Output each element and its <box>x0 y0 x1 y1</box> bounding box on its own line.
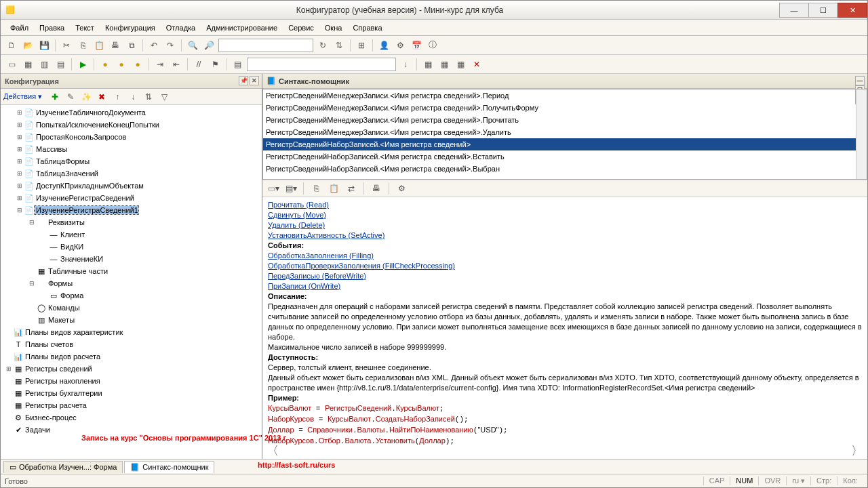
syntax-list[interactable]: РегистрСведенийМенеджерЗаписи.<Имя регис… <box>262 89 867 180</box>
tree-row[interactable]: ⊞📄Массивы <box>1 143 262 155</box>
nav-icon[interactable]: ⇅ <box>332 39 346 52</box>
tree-row[interactable]: 📊Планы видов характеристик <box>1 326 262 338</box>
tb2-1-icon[interactable]: ▭ <box>5 58 18 71</box>
tree-row[interactable]: ✔Задачи <box>1 424 262 436</box>
help-print-icon[interactable]: 🖶 <box>370 182 383 195</box>
db1-icon[interactable]: ▦ <box>421 58 435 71</box>
db2-icon[interactable]: ▦ <box>437 58 451 71</box>
help-copy-icon[interactable]: ⎘ <box>309 182 323 195</box>
menu-debug[interactable]: Отладка <box>162 22 199 33</box>
menu-help[interactable]: Справка <box>349 22 386 33</box>
filter-icon[interactable]: ▽ <box>157 90 171 104</box>
pane-close-icon[interactable]: ✕ <box>250 76 259 85</box>
help-settings-icon[interactable]: ⚙ <box>395 182 408 195</box>
tree-row[interactable]: ▦Регистры накопления <box>1 375 262 387</box>
menu-text[interactable]: Текст <box>71 22 98 33</box>
scrollbar[interactable] <box>856 89 867 179</box>
menu-edit[interactable]: Правка <box>35 22 68 33</box>
info-icon[interactable]: ⓘ <box>426 39 439 52</box>
menu-service[interactable]: Сервис <box>284 22 318 33</box>
compare-icon[interactable]: ⧉ <box>125 39 138 52</box>
user-icon[interactable]: 👤 <box>377 39 391 52</box>
method-link[interactable]: Сдвинуть (Move) <box>268 211 326 219</box>
pin-icon[interactable]: 📌 <box>239 76 248 85</box>
module-icon[interactable]: ▤ <box>231 58 244 71</box>
actions-menu[interactable]: Действия ▾ <box>3 92 46 101</box>
outdent-icon[interactable]: ⇤ <box>170 58 183 71</box>
maximize-button[interactable]: ☐ <box>808 3 838 18</box>
tree-row[interactable]: ⚙Бизнес-процес <box>1 411 262 424</box>
help-nav-icon[interactable]: ⇄ <box>344 182 358 195</box>
search-combo[interactable] <box>218 39 313 52</box>
paste-icon[interactable]: 📋 <box>92 39 106 52</box>
tb2-4-icon[interactable]: ▤ <box>54 58 67 71</box>
globe3-icon[interactable]: ● <box>131 58 144 71</box>
window-tab[interactable]: ▭Обработка Изучен...: Форма <box>3 461 123 473</box>
syntax-list-row[interactable]: РегистрСведенийМенеджерЗаписи.<Имя регис… <box>263 102 867 114</box>
tree-row[interactable]: ⊟Реквизиты <box>1 216 262 228</box>
tree-row[interactable]: ⊞📄ПопыткаИсключениеКонецПопытки <box>1 119 262 131</box>
tree-row[interactable]: ▦Табличные части <box>1 265 262 277</box>
print-icon[interactable]: 🖶 <box>108 39 122 52</box>
minimize-button[interactable]: — <box>779 3 809 18</box>
proc-combo[interactable] <box>247 58 396 71</box>
tree-row[interactable]: ▥Макеты <box>1 314 262 326</box>
cut-icon[interactable]: ✂ <box>60 39 73 52</box>
indent-icon[interactable]: ⇥ <box>153 58 167 71</box>
undo-icon[interactable]: ↶ <box>147 39 161 52</box>
run-icon[interactable]: ▶ <box>76 58 90 71</box>
syntax-min-icon[interactable]: — <box>855 76 865 85</box>
globe2-icon[interactable]: ● <box>115 58 128 71</box>
wand-icon[interactable]: ✨ <box>79 90 93 104</box>
tree-row[interactable]: ⊟Формы <box>1 277 262 289</box>
tb2-2-icon[interactable]: ▦ <box>21 58 35 71</box>
syntax-list-row[interactable]: РегистрСведенийМенеджерЗаписи.<Имя регис… <box>263 114 867 126</box>
edit-icon[interactable]: ✎ <box>64 90 77 104</box>
tree-row[interactable]: ▦Регистры расчета <box>1 399 262 411</box>
tree-row[interactable]: ⊞📄ТаблицаФормы <box>1 155 262 167</box>
close-button[interactable]: ✕ <box>837 3 867 18</box>
delete-icon[interactable]: ✖ <box>95 90 108 104</box>
search-icon[interactable]: 🔎 <box>202 39 216 52</box>
menu-file[interactable]: Файл <box>6 22 33 33</box>
help-list-icon[interactable]: ▤▾ <box>284 182 298 195</box>
tree-row[interactable]: —ВидКИ <box>1 241 262 253</box>
tree-row[interactable]: 📊Планы видов расчета <box>1 350 262 363</box>
tree-row[interactable]: ⊟📄ИзучениеРегистраСведений1 <box>1 204 262 216</box>
db3-icon[interactable]: ▦ <box>454 58 467 71</box>
save-icon[interactable]: 💾 <box>37 39 51 52</box>
new-icon[interactable]: 🗋 <box>5 39 18 52</box>
window-tab[interactable]: 📘Синтакс-помощник <box>124 461 214 473</box>
menu-admin[interactable]: Администрирование <box>202 22 281 33</box>
menu-windows[interactable]: Окна <box>321 22 347 33</box>
calendar-icon[interactable]: 📅 <box>410 39 423 52</box>
event-link[interactable]: ПередЗаписью (BeforeWrite) <box>268 272 366 280</box>
help-tree-icon[interactable]: ▭▾ <box>267 182 280 195</box>
gear-icon[interactable]: ⚙ <box>393 39 407 52</box>
windows-icon[interactable]: ⊞ <box>355 39 368 52</box>
tree-row[interactable]: ⊞📄ТаблицаЗначений <box>1 167 262 180</box>
syntax-list-row[interactable]: РегистрСведенийНаборЗаписей.<Имя регистр… <box>263 138 867 150</box>
event-link[interactable]: ОбработкаПроверкиЗаполнения (FillCheckPr… <box>268 262 455 270</box>
up-icon[interactable]: ↑ <box>111 90 124 104</box>
add-icon[interactable]: ✚ <box>48 90 62 104</box>
refresh-icon[interactable]: ↻ <box>316 39 330 52</box>
syntax-list-row[interactable]: РегистрСведенийМенеджерЗаписи.<Имя регис… <box>263 89 867 102</box>
method-link[interactable]: УстановитьАктивность (SetActive) <box>268 231 384 239</box>
syntax-list-row[interactable]: РегистрСведенийНаборЗаписей.<Имя регистр… <box>263 150 867 163</box>
tree-row[interactable]: ▦Регистры бухгалтерии <box>1 387 262 399</box>
find-icon[interactable]: 🔍 <box>186 39 199 52</box>
tree-row[interactable]: ⊞📄ПростаяКонсольЗапросов <box>1 131 262 143</box>
tree-row[interactable]: —Клиент <box>1 228 262 241</box>
tree-row[interactable]: ⊞📄ДоступКПрикладнымОбъектам <box>1 180 262 192</box>
sort-icon[interactable]: ⇅ <box>142 90 155 104</box>
syntax-list-row[interactable]: РегистрСведенийНаборЗаписей.<Имя регистр… <box>263 163 867 175</box>
tree-row[interactable]: ⊞📄ИзучениеТабличногоДокумента <box>1 106 262 119</box>
help-paste-icon[interactable]: 📋 <box>327 182 340 195</box>
goto-icon[interactable]: ↓ <box>399 58 412 71</box>
tree-row[interactable]: —ЗначениеКИ <box>1 253 262 265</box>
nav-right-icon[interactable]: 〉 <box>851 446 863 456</box>
menu-config[interactable]: Конфигурация <box>101 22 159 33</box>
syntax-list-row[interactable]: РегистрСведенийМенеджерЗаписи.<Имя регис… <box>263 126 867 138</box>
nav-left-icon[interactable]: 〈 <box>267 446 279 456</box>
